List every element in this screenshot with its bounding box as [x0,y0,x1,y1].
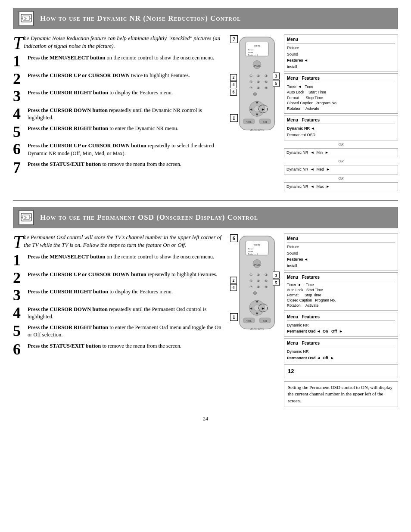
s2-channel-display: 12 [284,364,398,378]
menu-features-1: Menu Features Timer ◄ TimeAuto Lock Star… [284,73,398,114]
section2-right-combined: 6 Menu Picture Sound Features ◄ PWR ① ② … [230,233,398,407]
s2-osd-on-title: Menu Features [287,314,395,321]
svg-text:◄: ◄ [249,107,253,112]
section1-steps: 1 Press the MENU/SELECT button on the re… [13,54,222,174]
svg-text:▲: ▲ [255,299,259,303]
s2-menu-sound: Sound [287,250,395,257]
s2-step-num-5: 5 [13,324,24,338]
svg-text:②: ② [257,74,260,78]
s2-menu-main: Menu Picture Sound Features ◄ Install [284,233,398,271]
step-text-7: Press the STATUS/EXIT button to remove t… [28,161,181,168]
s2-step-num-1: 1 [13,253,24,267]
menu-dnr-item: Dynamic NR ◄ [287,125,395,132]
s2-callout-6: 6 [230,234,238,242]
svg-text:VOL: VOL [246,121,252,123]
s2-menu-main-title: Menu [287,236,395,243]
s2-osd-off-title: Menu Features [287,340,395,347]
menu-dnr-1: Menu Features Dynamic NR ◄ Permanent OSD [284,115,398,140]
section1-remote-area: 7 Menu Picture Sound Features ◄ [230,34,280,135]
section1-right: 7 Menu Picture Sound Features ◄ [230,34,398,191]
step-2: 2 Press the CURSOR UP or CURSOR DOWN twi… [13,72,222,86]
menu-item-picture: Picture [287,45,395,51]
svg-text:PWR: PWR [254,64,260,68]
svg-text:VOL: VOL [246,320,252,322]
section-separator [13,200,398,201]
s2-step-4: 4 Press the CURSOR DOWN button repeatedl… [13,306,222,321]
s2-callout-35: 3 5 [273,272,280,286]
step-num-4: 4 [13,107,24,121]
step-text-1: Press the MENU/SELECT button on the remo… [28,54,214,62]
step-num-7: 7 [13,161,24,174]
svg-text:⑦: ⑦ [249,86,252,90]
svg-text:◄: ◄ [249,306,253,311]
section2-body: T he Permanent Osd control will store th… [13,233,398,407]
svg-text:④: ④ [249,80,252,84]
svg-text:▼: ▼ [255,311,259,316]
svg-text:Features ◄: Features ◄ [248,54,258,56]
callout-1: 1 [230,114,238,122]
section2-intro: T he Permanent Osd control will store th… [13,233,222,249]
s2-features-items: Timer ◄ Time Auto Lock Start Time Format… [287,283,395,308]
step-6: 6 Press the CURSOR UP or CURSOR DOWN but… [13,142,222,157]
step-num-1: 1 [13,54,24,68]
svg-text:▲: ▲ [255,100,259,104]
step-num-3: 3 [13,89,24,103]
svg-text:►: ► [261,107,265,112]
svg-text:⑤: ⑤ [257,80,260,84]
svg-text:Sound: Sound [248,250,254,252]
callout-7: 7 [230,35,238,43]
section1-left: T he Dynamic Noise Reduction feature can… [13,34,222,191]
page-number: 24 [13,416,398,422]
menu-dnr-min: Dynamic NR ◄ Min ► [284,148,398,158]
svg-text:⑧: ⑧ [257,285,260,289]
svg-text:①: ① [249,74,252,78]
page: How to use the Dynamic NR (Noise Reducti… [0,0,411,532]
svg-text:Menu: Menu [254,44,260,47]
or-1: OR [284,142,398,146]
s2-step-num-6: 6 [13,342,24,356]
menu-osd-item: Permanent OSD [287,132,395,138]
section2-left: T he Permanent Osd control will store th… [13,233,222,407]
drop-cap-t: T [13,37,23,50]
svg-text:③: ③ [265,273,268,277]
step-5: 5 Press the CURSOR RIGHT button to enter… [13,125,222,139]
svg-text:Menu: Menu [254,243,260,246]
menu-features-title: Menu Features [287,75,395,82]
s2-step-num-2: 2 [13,271,24,285]
svg-text:⓪: ⓪ [253,291,257,295]
menu-dnr-title: Menu Features [287,117,395,124]
s2-callout-24: 2 4 [230,277,237,291]
s2-step-2: 2 Press the CURSOR UP or CURSOR DOWN but… [13,271,222,285]
menu-main-1: Menu Picture Sound Features ◄ Install [284,34,398,72]
menu-feat-timer: Timer ◄ TimeAuto Lock Start TimeFormat S… [287,84,395,112]
menu-dnr-med: Dynamic NR ◄ Med ► [284,165,398,174]
or-3: OR [284,176,398,180]
step-text-4: Press the CURSOR DOWN button repeatedly … [28,107,222,122]
menu-main-title: Menu [287,37,395,44]
svg-text:③: ③ [265,74,268,78]
section2-icon [19,210,34,225]
section2-header: How to use the Permanent OSD (Onscreen D… [13,207,398,228]
svg-rect-35 [23,215,30,219]
s2-step-text-6: Press the STATUS/EXIT button to remove t… [28,342,181,350]
svg-text:②: ② [257,273,260,277]
svg-text:Features ◄: Features ◄ [248,253,258,255]
svg-text:CH: CH [263,320,267,322]
s2-step-3: 3 Press the CURSOR RIGHT button to displ… [13,288,222,302]
svg-text:CH: CH [263,121,267,123]
svg-text:④: ④ [249,279,252,283]
step-4: 4 Press the CURSOR DOWN button repeatedl… [13,107,222,122]
section2-right: 6 Menu Picture Sound Features ◄ PWR ① ② … [230,233,398,407]
s2-step-text-5: Press the CURSOR RIGHT button to enter t… [28,324,222,339]
step-text-5: Press the CURSOR RIGHT button to enter t… [28,125,178,132]
svg-text:⑧: ⑧ [257,86,260,90]
s2-menu-install: Install [287,263,395,269]
menu-item-install: Install [287,64,395,70]
svg-text:Picture: Picture [248,248,254,250]
svg-text:MAGNAVOX: MAGNAVOX [250,129,265,131]
callout-35: 3 5 [273,72,280,87]
s2-menu-features-title: Menu Features [287,274,395,281]
s2-step-text-3: Press the CURSOR RIGHT button to display… [28,288,173,296]
section1-icon [19,11,34,26]
drop-cap-t2: T [13,236,23,249]
